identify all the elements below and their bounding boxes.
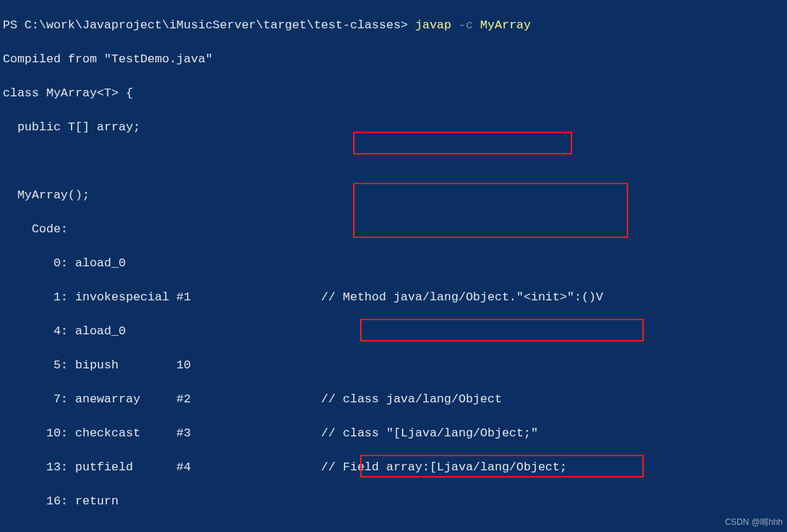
prompt-flag: -c: [459, 18, 481, 32]
output-line: MyArray();: [3, 187, 784, 204]
prompt-line[interactable]: PS C:\work\Javaproject\iMusicServer\targ…: [3, 17, 784, 34]
blank-line: [3, 153, 784, 170]
terminal-output: PS C:\work\Javaproject\iMusicServer\targ…: [0, 0, 787, 532]
output-line: 5: bipush 10: [3, 357, 784, 374]
output-line: Code:: [3, 221, 784, 238]
output-line: 16: return: [3, 493, 784, 510]
output-line: 13: putfield #4 // Field array:[Ljava/la…: [3, 459, 784, 476]
output-line: Compiled from "TestDemo.java": [3, 51, 784, 68]
output-line: class MyArray<T> {: [3, 85, 784, 102]
prompt-command: javap: [415, 18, 459, 32]
prompt-arg: MyArray: [480, 18, 530, 32]
blank-line: [3, 527, 784, 532]
output-line: 1: invokespecial #1 // Method java/lang/…: [3, 289, 784, 306]
output-line: 10: checkcast #3 // class "[Ljava/lang/O…: [3, 425, 784, 442]
output-line: 4: aload_0: [3, 323, 784, 340]
prompt-path: PS C:\work\Javaproject\iMusicServer\targ…: [3, 18, 415, 32]
output-line: 0: aload_0: [3, 255, 784, 272]
output-line: 7: anewarray #2 // class java/lang/Objec…: [3, 391, 784, 408]
watermark: CSDN @嘚hhh: [725, 514, 783, 531]
output-line: public T[] array;: [3, 119, 784, 136]
